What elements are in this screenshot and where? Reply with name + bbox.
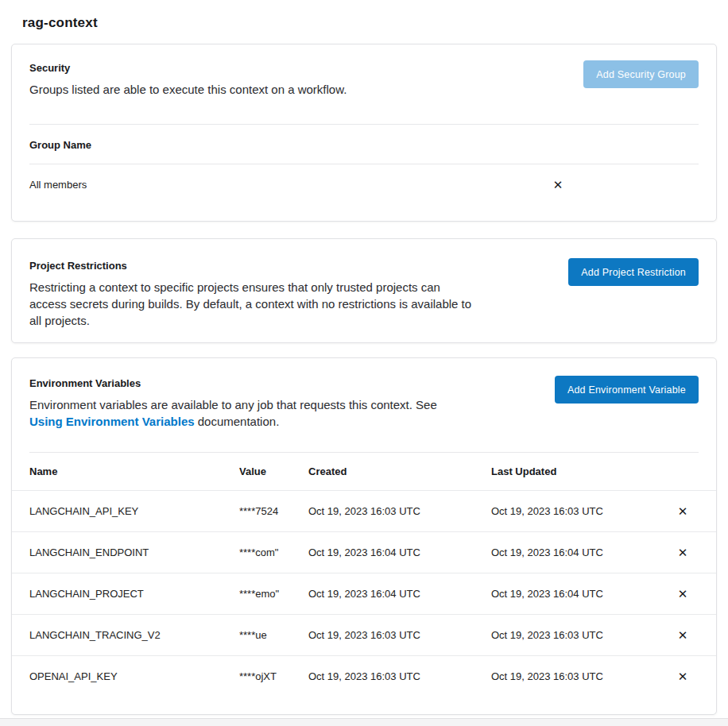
next-section-edge bbox=[0, 718, 728, 726]
security-card: Security Groups listed are able to execu… bbox=[11, 44, 717, 222]
env-var-updated: Oct 19, 2023 16:04 UTC bbox=[491, 588, 667, 600]
env-var-value: ****ue bbox=[239, 629, 308, 641]
column-header-last-updated: Last Updated bbox=[491, 465, 667, 477]
environment-variables-header-text: Environment Variables Environment variab… bbox=[29, 377, 463, 430]
env-var-row: LANGCHAIN_TRACING_V2 ****ue Oct 19, 2023… bbox=[12, 614, 716, 655]
environment-variables-table: Name Value Created Last Updated LANGCHAI… bbox=[12, 452, 716, 697]
project-restrictions-title: Project Restrictions bbox=[29, 260, 478, 272]
security-group-row: All members ✕ bbox=[12, 164, 716, 205]
env-var-name: LANGCHAIN_PROJECT bbox=[29, 588, 239, 600]
env-var-name: LANGCHAIN_ENDPOINT bbox=[29, 546, 239, 558]
env-table-header-row: Name Value Created Last Updated bbox=[12, 453, 716, 490]
env-var-updated: Oct 19, 2023 16:03 UTC bbox=[491, 629, 667, 641]
description-suffix: documentation. bbox=[195, 415, 280, 428]
security-card-header: Security Groups listed are able to execu… bbox=[12, 44, 716, 98]
env-var-updated: Oct 19, 2023 16:03 UTC bbox=[491, 670, 667, 682]
environment-variables-header: Environment Variables Environment variab… bbox=[12, 358, 716, 430]
env-var-created: Oct 19, 2023 16:04 UTC bbox=[308, 546, 491, 558]
environment-variables-card: Environment Variables Environment variab… bbox=[11, 357, 717, 715]
environment-variables-description: Environment variables are available to a… bbox=[29, 396, 463, 430]
remove-env-var-icon[interactable]: ✕ bbox=[674, 627, 691, 644]
using-environment-variables-link[interactable]: Using Environment Variables bbox=[29, 415, 195, 428]
env-var-row: LANGCHAIN_API_KEY ****7524 Oct 19, 2023 … bbox=[12, 490, 716, 531]
add-security-group-button[interactable]: Add Security Group bbox=[583, 60, 699, 88]
environment-variables-title: Environment Variables bbox=[29, 377, 463, 389]
env-var-name: LANGCHAIN_API_KEY bbox=[29, 505, 239, 517]
column-header-created: Created bbox=[308, 465, 491, 477]
column-header-name: Name bbox=[29, 465, 239, 477]
remove-env-var-icon[interactable]: ✕ bbox=[674, 503, 691, 520]
column-header-value: Value bbox=[239, 465, 308, 477]
env-var-value: ****emo" bbox=[239, 588, 308, 600]
remove-group-icon[interactable]: ✕ bbox=[549, 176, 567, 194]
env-var-row: LANGCHAIN_PROJECT ****emo" Oct 19, 2023 … bbox=[12, 573, 716, 614]
add-project-restriction-button[interactable]: Add Project Restriction bbox=[568, 258, 699, 286]
add-environment-variable-button[interactable]: Add Environment Variable bbox=[555, 376, 699, 404]
env-var-created: Oct 19, 2023 16:03 UTC bbox=[308, 505, 491, 517]
env-var-updated: Oct 19, 2023 16:04 UTC bbox=[491, 546, 667, 558]
env-var-created: Oct 19, 2023 16:03 UTC bbox=[308, 629, 491, 641]
group-name-column-header: Group Name bbox=[12, 125, 716, 164]
security-description: Groups listed are able to execute this c… bbox=[29, 81, 347, 98]
env-var-name: OPENAI_API_KEY bbox=[29, 670, 239, 682]
project-restrictions-card: Project Restrictions Restricting a conte… bbox=[11, 238, 717, 343]
remove-env-var-icon[interactable]: ✕ bbox=[674, 668, 691, 685]
security-title: Security bbox=[29, 62, 347, 74]
env-var-row: LANGCHAIN_ENDPOINT ****com" Oct 19, 2023… bbox=[12, 531, 716, 573]
project-restrictions-header-text: Project Restrictions Restricting a conte… bbox=[29, 260, 478, 329]
page-title: rag-context bbox=[22, 15, 98, 31]
group-name: All members bbox=[29, 179, 87, 191]
project-restrictions-description: Restricting a context to specific projec… bbox=[29, 279, 478, 329]
env-var-value: ****com" bbox=[239, 546, 308, 558]
env-var-updated: Oct 19, 2023 16:03 UTC bbox=[491, 505, 667, 517]
remove-env-var-icon[interactable]: ✕ bbox=[674, 544, 691, 562]
remove-env-var-icon[interactable]: ✕ bbox=[674, 585, 691, 603]
env-var-value: ****7524 bbox=[239, 505, 308, 517]
env-var-row: OPENAI_API_KEY ****ojXT Oct 19, 2023 16:… bbox=[12, 655, 716, 697]
description-prefix: Environment variables are available to a… bbox=[29, 398, 437, 411]
env-var-created: Oct 19, 2023 16:04 UTC bbox=[308, 588, 491, 600]
env-var-created: Oct 19, 2023 16:03 UTC bbox=[308, 670, 491, 682]
project-restrictions-header: Project Restrictions Restricting a conte… bbox=[12, 239, 716, 329]
env-var-name: LANGCHAIN_TRACING_V2 bbox=[29, 629, 239, 641]
env-var-value: ****ojXT bbox=[239, 670, 308, 682]
security-header-text: Security Groups listed are able to execu… bbox=[29, 62, 347, 98]
